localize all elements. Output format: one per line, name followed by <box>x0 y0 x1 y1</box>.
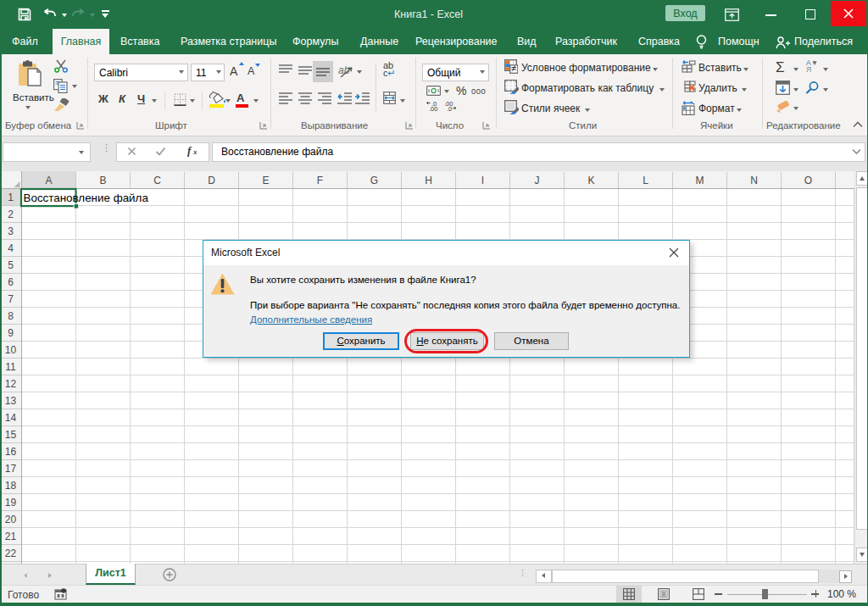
svg-text:22: 22 <box>5 548 17 559</box>
svg-text:E: E <box>262 175 269 186</box>
svg-text:2: 2 <box>8 208 14 220</box>
svg-text:9: 9 <box>8 327 14 339</box>
svg-text:19: 19 <box>5 497 17 509</box>
svg-text:D: D <box>208 175 215 186</box>
svg-text:5: 5 <box>8 259 14 271</box>
svg-text:7: 7 <box>8 293 14 305</box>
svg-text:20: 20 <box>5 514 17 525</box>
svg-text:12: 12 <box>5 378 17 390</box>
svg-text:L: L <box>643 175 648 186</box>
svg-text:8: 8 <box>8 310 14 322</box>
svg-text:Восстановление файла: Восстановление файла <box>24 192 149 204</box>
svg-text:11: 11 <box>5 361 16 373</box>
svg-text:13: 13 <box>5 395 17 407</box>
svg-text:N: N <box>750 175 758 186</box>
svg-text:3: 3 <box>8 225 14 237</box>
svg-text:18: 18 <box>5 480 17 492</box>
svg-text:G: G <box>370 175 378 186</box>
svg-text:21: 21 <box>5 531 17 542</box>
svg-text:C: C <box>153 175 161 186</box>
svg-text:16: 16 <box>5 446 17 458</box>
svg-text:10: 10 <box>5 344 17 356</box>
svg-text:.00: .00 <box>429 105 437 112</box>
svg-text:F: F <box>317 175 323 186</box>
svg-text:1: 1 <box>8 192 14 203</box>
svg-text:B: B <box>99 175 106 186</box>
svg-text:M: M <box>696 175 704 186</box>
svg-text:.0: .0 <box>447 105 452 112</box>
svg-text:14: 14 <box>5 412 17 424</box>
svg-text:17: 17 <box>5 463 17 475</box>
svg-text:J: J <box>535 175 540 186</box>
svg-text:O: O <box>804 175 812 186</box>
svg-text:K: K <box>587 175 594 186</box>
svg-text:I: I <box>481 175 484 186</box>
svg-text:15: 15 <box>5 429 17 441</box>
svg-text:6: 6 <box>8 276 14 288</box>
svg-text:4: 4 <box>8 242 14 254</box>
svg-text:A: A <box>45 175 52 186</box>
svg-text:H: H <box>425 175 432 186</box>
